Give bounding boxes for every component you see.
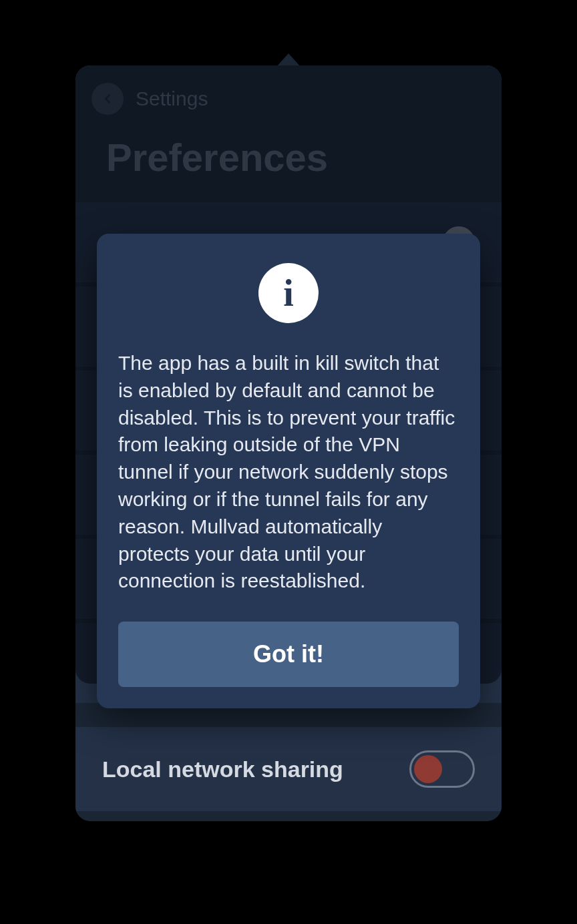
row-spacer (75, 707, 502, 727)
modal-body: The app has a built in kill switch that … (118, 350, 459, 595)
row-local-network-sharing: Local network sharing (75, 727, 502, 811)
panel-pointer (276, 53, 301, 67)
toggle-knob (414, 755, 442, 783)
chevron-left-icon (100, 91, 115, 106)
row-label: Local network sharing (102, 756, 343, 782)
preferences-panel: Settings Preferences Kill switch i Block… (75, 65, 502, 821)
got-it-button[interactable]: Got it! (118, 622, 459, 687)
info-icon: i (258, 263, 319, 323)
toggle-local-network-sharing[interactable] (409, 750, 475, 788)
back-button[interactable] (91, 83, 124, 115)
info-modal: i The app has a built in kill switch tha… (97, 234, 480, 708)
page-title: Preferences (91, 135, 486, 180)
breadcrumb-label[interactable]: Settings (136, 87, 208, 110)
breadcrumb: Settings (91, 83, 486, 115)
panel-header: Settings Preferences (75, 65, 502, 202)
